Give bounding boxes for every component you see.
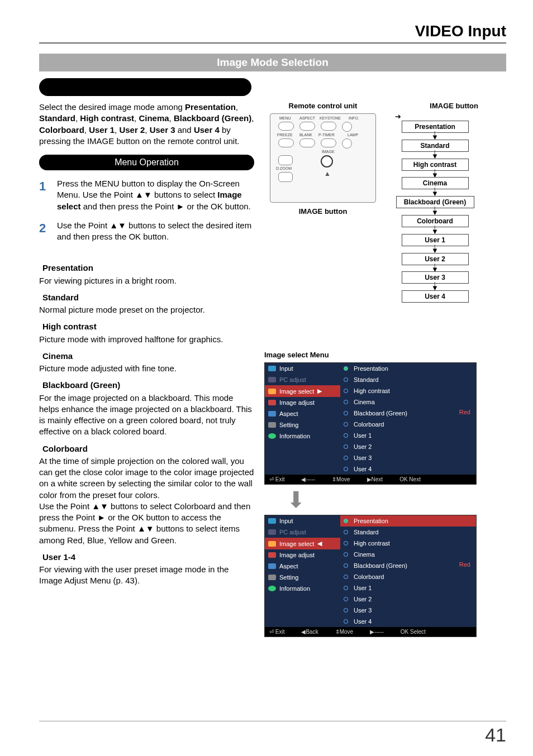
osd-footer-2: ⏎ Exit ◀Back ⇕Move ▶----- OK Select	[265, 627, 476, 637]
menu-operation-bar: Menu Operation	[39, 155, 254, 170]
step-1: 1 Press the MENU button to display the O…	[39, 178, 254, 212]
osd-footer-1: ⏎ Exit ◀----- ⇕Move ▶Next OK Next	[265, 475, 476, 484]
image-button-on-remote	[321, 155, 333, 168]
mode-user: User 1-4For viewing with the user preset…	[39, 552, 254, 587]
section-title-bar: Image Mode Selection	[39, 54, 506, 71]
image-button-title: IMAGE button	[392, 102, 478, 110]
mode-highcontrast: High contrastPicture mode with improved …	[39, 321, 254, 345]
intro-text: Select the desired image mode among Pres…	[39, 102, 254, 147]
left-column: Select the desired image mode among Pres…	[39, 102, 254, 639]
mode-presentation: PresentationFor viewing pictures in a br…	[39, 262, 254, 286]
remote-diagram: MENU ASPECT KEYSTONE INFO. FREEZE BLANK …	[270, 113, 376, 203]
step-2: 2 Use the Point ▲▼ buttons to select the…	[39, 220, 254, 243]
mode-standard: StandardNormal picture mode preset on th…	[39, 292, 254, 316]
osd-indicator-red-2: Red	[459, 561, 470, 568]
remote-caption: IMAGE button	[264, 207, 382, 216]
pointer-arrow-icon: ▲	[324, 170, 331, 178]
osd-menu-2: Input PC adjust Image select◀ Image adju…	[264, 515, 477, 637]
mode-colorboard: ColorboardAt the time of simple projecti…	[39, 443, 254, 546]
osd-menu-1: Input PC adjust Image select▶ Image adju…	[264, 362, 477, 485]
remote-title: Remote control unit	[264, 102, 382, 110]
page-header: VIDEO Input	[39, 22, 506, 44]
mode-blackboard: Blackboard (Green)For the image projecte…	[39, 380, 254, 437]
image-select-menu-title: Image select Menu	[264, 351, 382, 359]
img-btn-user4: User 4	[402, 290, 469, 303]
middle-column: Remote control unit MENU ASPECT KEYSTONE…	[264, 102, 382, 639]
osd-indicator-red: Red	[459, 409, 470, 415]
step-2-number: 2	[39, 220, 49, 243]
page-footer-line	[39, 721, 506, 721]
mode-cinema: CinemaPicture mode adjusted with fine to…	[39, 351, 254, 375]
step-1-number: 1	[39, 178, 49, 212]
image-button-sequence: ➔ Presentation │▼ Standard │▼ High contr…	[392, 112, 478, 303]
page-number: 41	[485, 724, 506, 746]
down-arrow-icon: ⬇	[287, 487, 382, 513]
black-tab	[39, 78, 251, 96]
